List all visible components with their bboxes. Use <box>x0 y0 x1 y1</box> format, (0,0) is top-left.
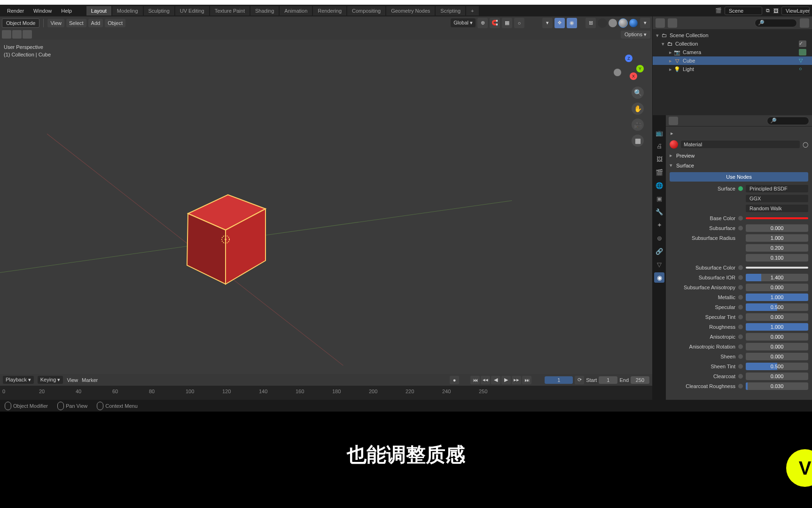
node-socket-icon[interactable] <box>738 334 743 339</box>
node-socket-icon[interactable] <box>738 364 743 369</box>
snap-toggle-icon[interactable]: 🧲 <box>490 18 500 28</box>
workspace-tab-geometry-nodes[interactable]: Geometry Nodes <box>386 6 435 16</box>
surface-node-socket[interactable] <box>738 186 743 191</box>
tab-mesh-icon[interactable]: ▽ <box>654 259 664 270</box>
node-socket-icon[interactable] <box>738 285 743 290</box>
outliner-item-camera[interactable]: ▸📷Camera <box>653 48 812 56</box>
node-socket-icon[interactable] <box>738 275 743 280</box>
zoom-icon[interactable]: 🔍 <box>632 87 644 99</box>
viewport-options[interactable]: Options ▾ <box>621 31 650 39</box>
surface-shader-select[interactable]: Principled BSDF <box>746 185 808 192</box>
preview-panel-header[interactable]: ▸Preview <box>666 151 812 160</box>
outliner-display-mode-icon[interactable] <box>668 18 677 28</box>
frame-sync-icon[interactable]: ⟳ <box>575 376 584 384</box>
prop-value-field[interactable]: 0.030 <box>746 382 808 390</box>
tool-move-icon[interactable] <box>23 30 32 39</box>
timeline-view-menu[interactable]: View <box>67 377 78 383</box>
workspace-tab-layout[interactable]: Layout <box>86 6 111 16</box>
shading-options-icon[interactable]: ▾ <box>640 18 650 28</box>
cube-object[interactable] <box>183 195 268 284</box>
play-icon[interactable]: ▶ <box>501 376 511 384</box>
prop-value-field[interactable]: 0.000 <box>746 343 808 350</box>
autokey-icon[interactable]: ● <box>450 376 459 384</box>
outliner-editor-icon[interactable] <box>656 18 665 28</box>
tab-viewlayer-icon[interactable]: 🖼 <box>654 154 664 164</box>
node-socket-icon[interactable] <box>738 325 743 329</box>
node-socket-icon[interactable] <box>738 216 743 221</box>
keying-menu[interactable]: Keying ▾ <box>38 376 63 384</box>
tab-physics-icon[interactable]: ⊚ <box>654 233 664 243</box>
workspace-tab-compositing[interactable]: Compositing <box>347 6 385 16</box>
outliner-item-cube[interactable]: ▸▽Cube ▽ <box>653 56 812 65</box>
viewlayer-field[interactable]: ViewLayer <box>781 7 810 15</box>
prop-value-field[interactable]: 0.000 <box>746 373 808 380</box>
outliner-search[interactable]: 🔎 <box>755 19 797 27</box>
node-socket-icon[interactable] <box>738 384 743 389</box>
interaction-mode-select[interactable]: Object Mode <box>2 18 39 28</box>
scene-name-field[interactable]: Scene <box>725 7 762 15</box>
outliner-filter-icon[interactable] <box>800 18 809 28</box>
tab-constraints-icon[interactable]: 🔗 <box>654 246 664 256</box>
timeline-ruler[interactable]: 020406080100120140160180200220240250 <box>0 386 652 400</box>
prop-value-field[interactable]: 1.000 <box>746 234 808 242</box>
mesh-select-mode-icon[interactable]: ▾ <box>542 18 553 28</box>
outliner-collection[interactable]: ▾🗀Collection ✓ <box>653 40 812 48</box>
workspace-tab-modeling[interactable]: Modeling <box>112 6 143 16</box>
prop-value-field[interactable]: 0.000 <box>746 313 808 321</box>
material-new-icon[interactable]: ◯ <box>803 142 808 148</box>
shading-rendered[interactable] <box>629 18 638 28</box>
node-socket-icon[interactable] <box>738 315 743 319</box>
shading-material[interactable] <box>618 18 628 28</box>
prop-value-field[interactable]: 1.000 <box>746 323 808 331</box>
outliner-scene-collection[interactable]: ▾🗀Scene Collection <box>653 31 812 40</box>
props-editor-icon[interactable] <box>669 117 678 125</box>
menu-help[interactable]: Help <box>56 8 77 14</box>
tab-object-icon[interactable]: ▣ <box>654 193 664 204</box>
tool-cursor-icon[interactable] <box>2 30 11 39</box>
node-socket-icon[interactable] <box>738 374 743 379</box>
outliner-item-light[interactable]: ▸💡Light ○ <box>653 65 812 73</box>
workspace-tab-rendering[interactable]: Rendering <box>313 6 346 16</box>
workspace-add[interactable]: + <box>466 6 478 16</box>
3d-viewport[interactable]: User Perspective (1) Collection | Cube Z… <box>0 40 652 374</box>
prop-value-field[interactable]: 0.000 <box>746 353 808 360</box>
start-frame-field[interactable]: 1 <box>599 376 617 384</box>
surface-panel-header[interactable]: ▾Surface <box>666 160 812 170</box>
axis-z[interactable]: Z <box>625 55 632 62</box>
node-socket-icon[interactable] <box>738 344 743 349</box>
prop-value-field[interactable]: 0.100 <box>746 254 808 262</box>
tab-scene-icon[interactable]: 🎬 <box>654 167 664 177</box>
navigation-gizmo[interactable]: Z Y X <box>614 55 644 85</box>
prop-value-field[interactable]: 1.000 <box>746 294 808 301</box>
add-menu[interactable]: Add <box>88 19 103 27</box>
workspace-tab-shading[interactable]: Shading <box>250 6 279 16</box>
node-socket-icon[interactable] <box>738 354 743 359</box>
scene-browse-icon[interactable]: ⧉ <box>765 7 771 15</box>
pivot-point-icon[interactable]: ⊕ <box>477 18 488 28</box>
tab-output-icon[interactable]: 🖨 <box>654 141 664 151</box>
material-name-field[interactable]: Material <box>681 141 800 148</box>
prop-value-field[interactable] <box>746 217 808 219</box>
prop-value-field[interactable]: 0.000 <box>746 284 808 291</box>
camera-view-icon[interactable]: 🎥 <box>632 119 644 131</box>
prop-value-field[interactable]: 0.200 <box>746 244 808 252</box>
tab-world-icon[interactable]: 🌐 <box>654 180 664 190</box>
node-socket-icon[interactable] <box>738 295 743 300</box>
timeline-marker-menu[interactable]: Marker <box>82 377 98 383</box>
shading-solid[interactable] <box>608 18 617 28</box>
keyframe-prev-icon[interactable]: ◂◂ <box>481 376 490 384</box>
end-frame-field[interactable]: 250 <box>631 376 649 384</box>
play-reverse-icon[interactable]: ◀ <box>491 376 500 384</box>
view-menu[interactable]: View <box>47 19 64 27</box>
distribution-select[interactable]: GGX <box>746 195 808 202</box>
node-socket-icon[interactable] <box>738 305 743 310</box>
tool-select-icon[interactable] <box>12 30 22 39</box>
prop-value-field[interactable]: 1.400 <box>746 274 808 281</box>
perspective-toggle-icon[interactable]: ▦ <box>632 135 644 147</box>
sss-method-select[interactable]: Random Walk <box>746 205 808 212</box>
pan-icon[interactable]: ✋ <box>632 103 644 115</box>
workspace-tab-texture-paint[interactable]: Texture Paint <box>210 6 250 16</box>
workspace-tab-sculpting[interactable]: Sculpting <box>144 6 174 16</box>
workspace-tab-scripting[interactable]: Scripting <box>436 6 465 16</box>
gizmos-icon[interactable]: ❖ <box>554 18 565 28</box>
